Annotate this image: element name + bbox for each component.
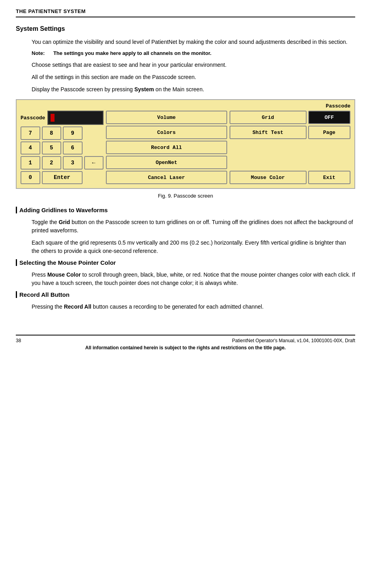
subsection3-title: Record All Button xyxy=(16,291,355,298)
s3p1-pre: Pressing the xyxy=(32,303,64,310)
numpad-3[interactable]: 3 xyxy=(63,156,83,170)
passcode-top-label: Passcode xyxy=(21,103,350,109)
page-footer: 38 PatientNet Operator's Manual, v1.04, … xyxy=(16,335,355,343)
numpad-9[interactable]: 9 xyxy=(63,126,83,140)
passcode-input xyxy=(47,111,104,125)
passcode-screen-image: Passcode Passcode 7 8 9 4 5 xyxy=(16,99,355,189)
empty-row xyxy=(230,141,351,154)
s3p1-post: button causes a recording to be generate… xyxy=(91,303,264,310)
fig-caption: Fig. 9. Passcode screen xyxy=(16,193,355,199)
subsection2-title: Selecting the Mouse Pointer Color xyxy=(16,259,355,266)
off-button[interactable]: OFF xyxy=(308,111,351,124)
numpad-8[interactable]: 8 xyxy=(42,126,62,140)
numpad-enter[interactable]: Enter xyxy=(42,171,83,185)
center-panel: Volume Colors Record All OpenNet Cancel … xyxy=(106,111,227,184)
note-text: The settings you make here apply to all … xyxy=(53,50,211,56)
numpad-7[interactable]: 7 xyxy=(21,126,40,140)
grid-button[interactable]: Grid xyxy=(230,111,307,124)
intro-para4-bold: System xyxy=(134,86,154,92)
volume-button[interactable]: Volume xyxy=(106,111,227,124)
numpad-backspace[interactable]: ← xyxy=(84,156,104,170)
mouse-color-button[interactable]: Mouse Color xyxy=(230,171,307,184)
numpad-2[interactable]: 2 xyxy=(42,156,62,170)
s3p1-bold: Record All xyxy=(64,303,92,310)
intro-para4-post: on the Main screen. xyxy=(154,86,204,92)
section-title: System Settings xyxy=(16,25,355,32)
cancel-laser-button[interactable]: Cancel Laser xyxy=(106,171,227,184)
intro-para1: You can optimize the visibility and soun… xyxy=(32,38,355,46)
subsection2-para1: Press Mouse Color to scroll through gree… xyxy=(32,271,355,287)
numpad-1[interactable]: 1 xyxy=(21,156,40,170)
empty-space xyxy=(230,141,351,154)
colors-button[interactable]: Colors xyxy=(106,126,227,139)
footer-page-number: 38 xyxy=(16,338,21,343)
empty-row2 xyxy=(230,156,351,169)
grid-off-row: Grid OFF xyxy=(230,111,351,124)
far-right-panel: Grid OFF Shift Test Page Mouse xyxy=(230,111,351,184)
passcode-label: Passcode xyxy=(21,115,45,121)
footer-center: All information contained herein is subj… xyxy=(16,345,355,351)
shifttest-page-row: Shift Test Page xyxy=(230,126,351,139)
subsection1-para2: Each square of the grid represents 0.5 m… xyxy=(32,239,355,255)
intro-para2: Choose settings that are easiest to see … xyxy=(32,61,355,69)
intro-para4-pre: Display the Passcode screen by pressing xyxy=(32,86,134,92)
subsection3-para1: Pressing the Record All button causes a … xyxy=(32,303,355,311)
record-all-button[interactable]: Record All xyxy=(106,141,227,154)
s1p1-bold: Grid xyxy=(59,219,70,225)
s1p1-post: button on the Passcode screen to turn gr… xyxy=(32,219,353,234)
passcode-cursor xyxy=(51,114,55,122)
left-panel: Passcode 7 8 9 4 5 6 1 2 3 xyxy=(21,111,104,184)
note-block: Note: The settings you make here apply t… xyxy=(32,50,355,56)
subsection1-para1: Toggle the Grid button on the Passcode s… xyxy=(32,218,355,235)
s1p1-pre: Toggle the xyxy=(32,219,59,225)
numpad-0[interactable]: 0 xyxy=(21,171,40,185)
footer-right: PatientNet Operator's Manual, v1.04, 100… xyxy=(232,338,355,343)
shift-test-button[interactable]: Shift Test xyxy=(230,126,307,139)
opennet-button[interactable]: OpenNet xyxy=(106,156,227,169)
empty-space2 xyxy=(230,156,351,169)
page-button[interactable]: Page xyxy=(308,126,351,139)
passcode-row: Passcode xyxy=(21,111,104,125)
numpad-6[interactable]: 6 xyxy=(63,141,83,155)
mousecolor-exit-row: Mouse Color Exit xyxy=(230,171,351,184)
numpad-4[interactable]: 4 xyxy=(21,141,40,155)
intro-para3: All of the settings in this section are … xyxy=(32,73,355,81)
page-header: THE PATIENTNET SYSTEM xyxy=(16,8,355,17)
s2p1-bold: Mouse Color xyxy=(47,271,81,278)
note-label: Note: xyxy=(32,50,45,56)
subsection1-title: Adding Gridlines to Waveforms xyxy=(16,207,355,213)
numpad: 7 8 9 4 5 6 1 2 3 ← 0 Enter xyxy=(21,126,104,184)
s2p1-pre: Press xyxy=(32,271,47,278)
passcode-screen-main: Passcode 7 8 9 4 5 6 1 2 3 xyxy=(21,111,350,184)
numpad-5[interactable]: 5 xyxy=(42,141,62,155)
intro-para4: Display the Passcode screen by pressing … xyxy=(32,85,355,94)
exit-button[interactable]: Exit xyxy=(308,171,351,184)
header-title: THE PATIENTNET SYSTEM xyxy=(16,8,86,14)
